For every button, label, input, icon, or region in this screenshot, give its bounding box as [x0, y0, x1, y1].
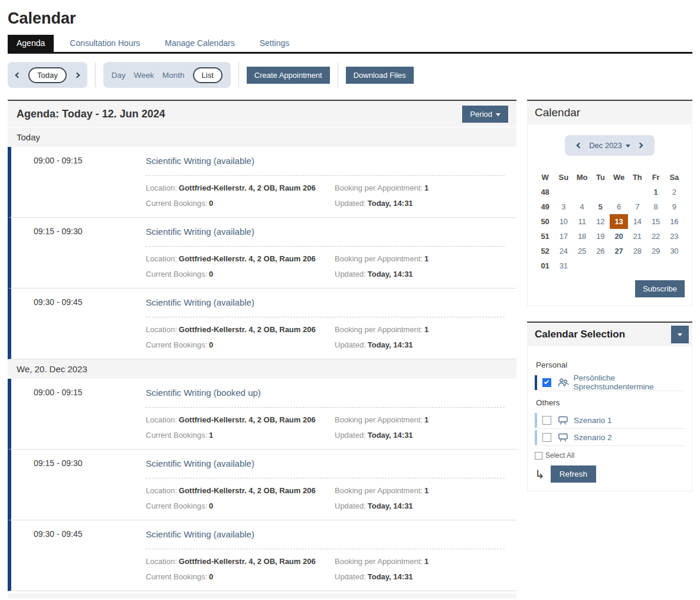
mini-calendar-title: Calendar: [535, 106, 580, 119]
calendar-day: [591, 185, 610, 199]
appointment-updated: Updated:Today, 14:31: [335, 199, 505, 208]
caret-down-icon: [678, 333, 682, 336]
refresh-button[interactable]: Refresh: [551, 465, 596, 483]
calendar-day[interactable]: 3: [554, 199, 573, 214]
prev-icon[interactable]: [15, 72, 21, 78]
calendar-day[interactable]: 16: [665, 214, 683, 229]
calendar-day[interactable]: 30: [665, 244, 683, 258]
calendar-day[interactable]: 15: [647, 214, 665, 229]
appointment-row[interactable]: 09:30 - 09:45 Scientific Writing (availa…: [8, 288, 516, 359]
calendar-day[interactable]: 7: [628, 199, 646, 214]
view-day[interactable]: Day: [112, 71, 126, 80]
calendar-day: [591, 258, 610, 273]
calendar-item-personal[interactable]: Persönliche Sprechstundentermine: [535, 374, 685, 391]
next-section-partial: [8, 594, 516, 598]
section-heading-date: We, 20. Dec 2023: [8, 359, 516, 379]
appointment-title[interactable]: Scientific Writing (available): [146, 156, 505, 166]
calendar-day[interactable]: 29: [647, 244, 665, 258]
month-label[interactable]: Dec 2023: [589, 141, 630, 150]
calendar-day[interactable]: 14: [628, 214, 646, 229]
checkbox-unchecked[interactable]: [542, 433, 551, 442]
period-dropdown-button[interactable]: Period: [462, 106, 508, 123]
users-icon: [557, 378, 569, 387]
appointment-current-bookings: Current Bookings:0: [146, 199, 335, 208]
calendar-item-label: Szenario 1: [574, 416, 612, 425]
calendar-day[interactable]: 6: [610, 199, 628, 214]
calendar-day: [647, 258, 665, 273]
checkbox-unchecked[interactable]: [542, 416, 551, 425]
calendar-day[interactable]: 31: [554, 258, 573, 273]
calendar-day[interactable]: 28: [628, 244, 646, 258]
select-all-row[interactable]: Select All: [535, 451, 685, 460]
subscribe-button[interactable]: Subscribe: [635, 280, 685, 297]
day-header: Sa: [665, 170, 683, 185]
tab-agenda[interactable]: Agenda: [8, 35, 54, 52]
appointment-location: Location:Gottfried-Kellerstr. 4, 2 OB, R…: [146, 415, 335, 424]
calendar-day[interactable]: 20: [610, 229, 628, 244]
calendar-day[interactable]: 4: [573, 199, 591, 214]
divider: [146, 549, 505, 549]
appointment-title[interactable]: Scientific Writing (available): [146, 529, 505, 539]
calendar-color-stripe: [535, 413, 537, 428]
calendar-day[interactable]: 22: [647, 229, 665, 244]
calendar-day[interactable]: 19: [591, 229, 610, 244]
calendar-day: [610, 258, 628, 273]
appointment-title[interactable]: Scientific Writing (available): [146, 227, 505, 237]
appointment-title[interactable]: Scientific Writing (available): [146, 297, 505, 307]
appointment-row[interactable]: 09:00 - 09:15 Scientific Writing (availa…: [8, 147, 516, 218]
toolbar: Today Day Week Month List Create Appoint…: [8, 61, 692, 89]
tab-settings[interactable]: Settings: [251, 35, 299, 52]
calendar-day[interactable]: 21: [628, 229, 646, 244]
next-month-icon[interactable]: [637, 143, 643, 149]
page-title: Calendar: [8, 9, 700, 28]
calendar-item-szenario-1[interactable]: Szenario 1: [535, 412, 685, 429]
calendar-day[interactable]: 23: [665, 229, 683, 244]
calendar-day[interactable]: 17: [554, 229, 573, 244]
appointment-row[interactable]: 09:15 - 09:30 Scientific Writing (availa…: [8, 450, 516, 520]
select-all-checkbox[interactable]: [535, 452, 542, 460]
calendar-day[interactable]: 1: [647, 185, 665, 199]
week-number: 50: [536, 214, 554, 229]
next-icon[interactable]: [74, 72, 80, 78]
caret-down-icon: [626, 145, 630, 147]
appointment-title[interactable]: Scientific Writing (booked up): [146, 388, 505, 398]
create-appointment-button[interactable]: Create Appointment: [247, 67, 330, 84]
calendar-day[interactable]: 25: [573, 244, 591, 258]
caret-down-icon: [496, 113, 501, 116]
prev-month-icon[interactable]: [577, 143, 583, 149]
appointment-row[interactable]: 09:30 - 09:45 Scientific Writing (availa…: [8, 520, 516, 591]
appointment-title[interactable]: Scientific Writing (available): [146, 458, 505, 468]
tab-manage-calendars[interactable]: Manage Calendars: [156, 35, 243, 52]
checkbox-checked[interactable]: [542, 378, 551, 387]
calendar-day[interactable]: 2: [665, 185, 683, 199]
appointment-row[interactable]: 09:15 - 09:30 Scientific Writing (availa…: [8, 218, 516, 288]
appointment-time: 09:30 - 09:45: [11, 297, 146, 359]
view-month[interactable]: Month: [162, 71, 185, 80]
calendar-day-selected[interactable]: 13: [610, 214, 628, 229]
check-icon: [544, 379, 549, 384]
sidebar: Calendar Dec 2023 WSuMoTuWeThFrSa4812493…: [527, 100, 692, 598]
appointment-time: 09:30 - 09:45: [11, 529, 146, 591]
calendar-day[interactable]: 12: [591, 214, 610, 229]
calendar-day[interactable]: 8: [647, 199, 665, 214]
selection-dropdown-button[interactable]: [671, 326, 689, 343]
appointment-row[interactable]: 09:00 - 09:15 Scientific Writing (booked…: [8, 379, 516, 450]
agenda-header: Agenda: Today - 12. Jun 2024 Period: [8, 101, 516, 127]
calendar-day[interactable]: 9: [665, 199, 683, 214]
tab-consultation-hours[interactable]: Consultation Hours: [61, 35, 149, 52]
calendar-selection-panel: Calendar Selection Personal Persönliche …: [527, 322, 692, 491]
calendar-day[interactable]: 5: [591, 199, 610, 214]
calendar-day[interactable]: 26: [591, 244, 610, 258]
calendar-item-szenario-2[interactable]: Szenario 2: [535, 429, 685, 446]
calendar-day[interactable]: 27: [610, 244, 628, 258]
calendar-day[interactable]: 18: [573, 229, 591, 244]
today-button[interactable]: Today: [28, 67, 67, 83]
week-number: 01: [536, 258, 554, 273]
view-list-button[interactable]: List: [193, 67, 223, 83]
calendar-day[interactable]: 24: [554, 244, 573, 258]
view-week[interactable]: Week: [134, 71, 154, 80]
download-files-button[interactable]: Download Files: [346, 67, 414, 84]
calendar-day[interactable]: 11: [573, 214, 591, 229]
calendar-day[interactable]: 10: [554, 214, 573, 229]
divider: [95, 63, 96, 87]
